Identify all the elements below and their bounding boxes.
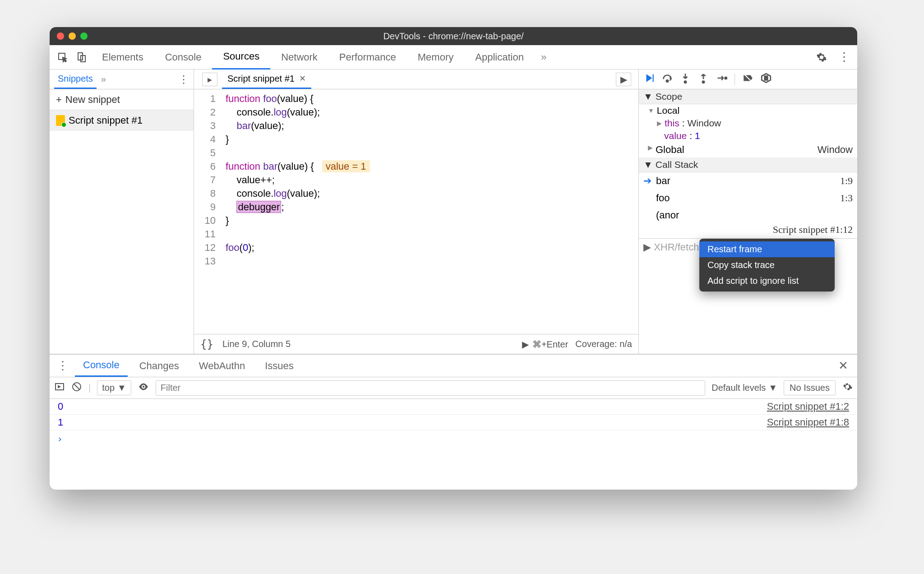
tab-application[interactable]: Application <box>464 45 535 69</box>
plus-icon: + <box>56 94 62 106</box>
inline-value-hint: value = 1 <box>322 160 370 172</box>
callstack-header[interactable]: ▼Call Stack <box>639 157 857 172</box>
play-icon[interactable]: ▶ <box>522 339 529 350</box>
no-issues-button[interactable]: No Issues <box>784 380 836 395</box>
new-snippet-button[interactable]: + New snippet <box>50 89 194 110</box>
stack-frame-foo[interactable]: foo1:3 <box>639 190 857 207</box>
ctx-copy-stack[interactable]: Copy stack trace <box>699 257 835 273</box>
tab-performance[interactable]: Performance <box>328 45 407 69</box>
scope-value: value: 1 <box>639 130 857 142</box>
svg-rect-9 <box>767 76 767 80</box>
code-editor[interactable]: 12345678910111213 function foo(value) { … <box>194 89 638 334</box>
tab-elements[interactable]: Elements <box>91 45 154 69</box>
snippet-file-icon <box>56 115 65 126</box>
toggle-navigator-icon[interactable]: ▸ <box>202 73 217 86</box>
pretty-print-icon[interactable]: {} <box>200 338 213 351</box>
drawer: ⋮ Console Changes WebAuthn Issues ✕ | to… <box>50 354 857 490</box>
ctx-ignore-list[interactable]: Add script to ignore list <box>699 273 835 289</box>
context-menu: Restart frame Copy stack trace Add scrip… <box>699 239 835 292</box>
window-minimize-icon[interactable] <box>69 32 76 40</box>
step-into-icon[interactable] <box>679 72 691 87</box>
cursor-position: Line 9, Column 5 <box>222 339 291 349</box>
window-title: DevTools - chrome://new-tab-page/ <box>383 31 523 42</box>
step-over-icon[interactable] <box>661 72 673 87</box>
log-level-selector[interactable]: Default levels▼ <box>711 383 777 393</box>
navigator-panel: Snippets » ⋮ + New snippet Script snippe… <box>50 69 194 354</box>
window-close-icon[interactable] <box>57 32 64 40</box>
tab-sources[interactable]: Sources <box>212 45 270 69</box>
debugger-toolbar <box>639 69 857 89</box>
settings-icon[interactable] <box>812 48 831 67</box>
more-tabs-icon[interactable]: » <box>535 51 553 63</box>
scope-header[interactable]: ▼Scope <box>639 89 857 104</box>
titlebar: DevTools - chrome://new-tab-page/ <box>50 27 857 45</box>
drawer-tab-console[interactable]: Console <box>75 355 128 377</box>
drawer-tab-webauthn[interactable]: WebAuthn <box>191 356 253 376</box>
ctx-restart-frame[interactable]: Restart frame <box>699 241 835 257</box>
tab-memory[interactable]: Memory <box>407 45 464 69</box>
scope-this[interactable]: ▶this: Window <box>639 117 857 130</box>
step-icon[interactable] <box>716 72 727 87</box>
deactivate-breakpoints-icon[interactable] <box>742 72 754 87</box>
drawer-tab-changes[interactable]: Changes <box>131 356 187 376</box>
svg-point-7 <box>725 77 727 79</box>
scope-local[interactable]: ▼Local <box>639 104 857 117</box>
editor-tab[interactable]: Script snippet #1 ✕ <box>222 70 311 89</box>
console-sidebar-toggle-icon[interactable] <box>54 381 65 394</box>
console-settings-icon[interactable] <box>842 381 853 394</box>
step-out-icon[interactable] <box>698 72 709 87</box>
line-gutter: 12345678910111213 <box>194 89 221 334</box>
console-toolbar: | top▼ Default levels▼ No Issues <box>50 377 857 399</box>
console-log-row[interactable]: 1Script snippet #1:8 <box>50 415 857 430</box>
tab-console[interactable]: Console <box>154 45 213 69</box>
resume-icon[interactable] <box>643 72 655 87</box>
editor-panel: ▸ Script snippet #1 ✕ ▶ 1234567891011121… <box>194 69 639 354</box>
console-output: 0Script snippet #1:2 1Script snippet #1:… <box>50 399 857 490</box>
drawer-tab-issues[interactable]: Issues <box>257 356 302 376</box>
navigator-more-icon[interactable]: » <box>97 74 111 84</box>
drawer-kebab-icon[interactable]: ⋮ <box>54 359 71 373</box>
scope-global[interactable]: ▶GlobalWindow <box>639 142 857 157</box>
svg-rect-8 <box>765 76 766 80</box>
snippet-item-label: Script snippet #1 <box>69 115 143 126</box>
run-shortcut-label: ⌘+Enter <box>532 339 568 350</box>
clear-console-icon[interactable] <box>71 381 82 394</box>
console-filter-input[interactable] <box>156 380 705 396</box>
editor-tab-label: Script snippet #1 <box>227 74 295 84</box>
window-zoom-icon[interactable] <box>80 32 88 40</box>
device-toggle-icon[interactable] <box>72 48 91 67</box>
stack-frame-anon[interactable]: (anor <box>639 207 857 224</box>
main-tab-bar: Elements Console Sources Network Perform… <box>50 45 857 69</box>
svg-point-6 <box>702 81 704 83</box>
close-tab-icon[interactable]: ✕ <box>299 74 306 83</box>
svg-rect-3 <box>653 74 654 82</box>
navigator-tab-snippets[interactable]: Snippets <box>54 70 97 89</box>
pause-on-exceptions-icon[interactable] <box>760 72 772 87</box>
run-snippet-icon[interactable]: ▶ <box>616 73 631 86</box>
stack-frame-anon-loc: Script snippet #1:12 <box>639 224 857 238</box>
kebab-icon[interactable]: ⋮ <box>835 48 854 67</box>
svg-point-12 <box>143 386 144 388</box>
debugger-panel: ▼Scope ▼Local ▶this: Window value: 1 ▶Gl… <box>639 69 857 354</box>
coverage-label: Coverage: n/a <box>575 339 632 349</box>
svg-point-5 <box>684 81 686 83</box>
new-snippet-label: New snippet <box>65 94 120 106</box>
snippet-item[interactable]: Script snippet #1 <box>50 110 194 131</box>
editor-status-bar: {} Line 9, Column 5 ▶ ⌘+Enter Coverage: … <box>194 334 638 354</box>
navigator-kebab-icon[interactable]: ⋮ <box>178 73 189 86</box>
inspect-icon[interactable] <box>53 48 72 67</box>
console-prompt[interactable]: › <box>50 430 857 447</box>
drawer-close-icon[interactable]: ✕ <box>834 359 853 373</box>
stack-frame-bar[interactable]: ➔bar1:9 <box>639 172 857 190</box>
console-context-selector[interactable]: top▼ <box>97 380 131 395</box>
tab-network[interactable]: Network <box>270 45 328 69</box>
console-log-row[interactable]: 0Script snippet #1:2 <box>50 399 857 415</box>
svg-point-4 <box>666 80 668 82</box>
live-expression-icon[interactable] <box>138 381 149 395</box>
